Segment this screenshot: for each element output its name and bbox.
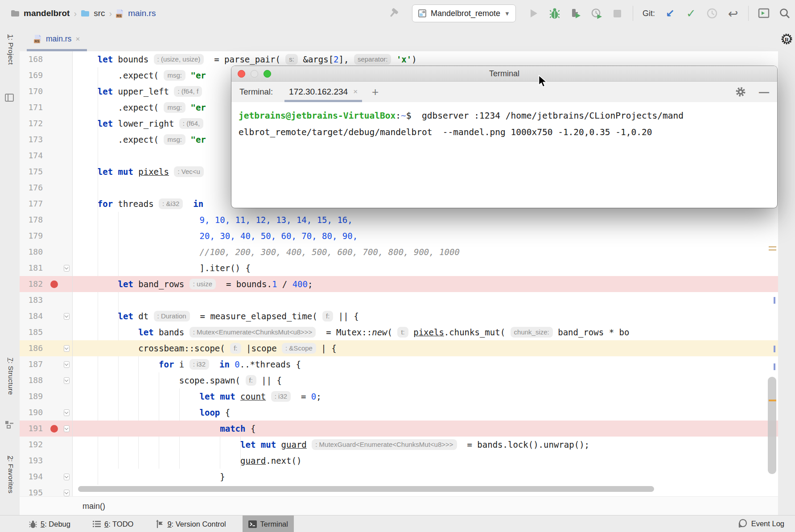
sidebar-item-structure[interactable]: 7: Structure <box>7 358 15 395</box>
gutter-line-number[interactable]: 183 <box>20 292 47 308</box>
close-icon[interactable]: × <box>75 35 80 44</box>
gutter-line-number[interactable]: 173 <box>20 132 47 148</box>
debug-icon[interactable] <box>549 8 560 19</box>
gutter-line-number[interactable]: 186 <box>20 340 47 356</box>
tab-main-rs[interactable]: RS main.rs × <box>27 27 87 51</box>
breakpoint-slot[interactable] <box>47 292 61 308</box>
breakpoint-slot[interactable] <box>47 164 61 180</box>
gutter-line-number[interactable]: 175 <box>20 164 47 180</box>
gutter-line-number[interactable]: 192 <box>20 437 47 453</box>
breakpoint-slot[interactable] <box>47 115 61 132</box>
fold-marker-icon[interactable] <box>64 409 70 416</box>
git-commit-icon[interactable]: ✓ <box>685 8 697 19</box>
git-update-icon[interactable]: ↙ <box>664 8 676 19</box>
breakpoint-slot[interactable] <box>47 83 61 99</box>
project-pane-icon[interactable] <box>5 94 14 102</box>
run-with-profiler-icon[interactable] <box>591 8 602 19</box>
gear-icon[interactable] <box>735 86 746 98</box>
fold-marker-icon[interactable] <box>64 361 70 368</box>
gutter-line-number[interactable]: 195 <box>20 485 47 496</box>
breakpoint-slot[interactable] <box>47 148 61 164</box>
breakpoint-slot[interactable] <box>47 276 61 292</box>
toolwindow-button-vcs[interactable]: 9: Version Control <box>150 516 231 532</box>
gutter-line-number[interactable]: 171 <box>20 99 47 115</box>
terminal-titlebar[interactable]: Terminal <box>231 66 777 82</box>
stripe-mark[interactable] <box>769 249 776 251</box>
breakpoint-dot[interactable] <box>50 425 58 433</box>
breakpoint-slot[interactable] <box>47 421 61 437</box>
breadcrumb-src[interactable]: src <box>94 8 105 18</box>
toolwindow-button-terminal[interactable]: Terminal <box>243 516 294 532</box>
gutter-line-number[interactable]: 181 <box>20 260 47 276</box>
fold-marker-icon[interactable] <box>64 377 70 384</box>
breakpoint-slot[interactable] <box>47 340 61 356</box>
gutter-line-number[interactable]: 169 <box>20 67 47 83</box>
breakpoint-slot[interactable] <box>47 324 61 340</box>
breakpoint-slot[interactable] <box>47 196 61 212</box>
gutter-line-number[interactable]: 190 <box>20 404 47 421</box>
git-revert-icon[interactable]: ↩ <box>727 8 739 19</box>
gutter-line-number[interactable]: 185 <box>20 324 47 340</box>
breadcrumb-project[interactable]: mandelbrot <box>24 8 70 18</box>
toolwindow-button-todo[interactable]: 6: TODO <box>87 516 139 532</box>
gutter-line-number[interactable]: 188 <box>20 372 47 388</box>
gutter-line-number[interactable]: 176 <box>20 180 47 196</box>
minimize-icon[interactable]: — <box>759 90 769 94</box>
stripe-mark[interactable] <box>774 297 775 304</box>
editor-hscrollbar-thumb[interactable] <box>78 486 654 492</box>
breakpoint-slot[interactable] <box>47 469 61 485</box>
gutter-line-number[interactable]: 191 <box>20 421 47 437</box>
terminal-tab[interactable]: 172.30.162.234 × <box>286 82 360 102</box>
gutter-line-number[interactable]: 170 <box>20 83 47 99</box>
breadcrumb-function[interactable]: main() <box>82 502 105 511</box>
breakpoint-slot[interactable] <box>47 228 61 244</box>
search-icon[interactable] <box>779 8 791 19</box>
sidebar-item-project[interactable]: 1: Project <box>7 34 15 65</box>
event-log-button[interactable]: Event Log <box>738 515 784 532</box>
attach-profiler-icon[interactable] <box>570 8 581 19</box>
gutter-line-number[interactable]: 184 <box>20 308 47 324</box>
breakpoint-slot[interactable] <box>47 485 61 496</box>
breadcrumb-file[interactable]: main.rs <box>128 8 156 18</box>
fold-marker-icon[interactable] <box>64 490 70 496</box>
stripe-mark[interactable] <box>774 363 775 370</box>
gutter-line-number[interactable]: 180 <box>20 244 47 260</box>
fold-marker-icon[interactable] <box>64 313 70 320</box>
gutter-line-number[interactable]: 182 <box>20 276 47 292</box>
toolwindow-button-debug[interactable]: 5: Debug <box>23 516 76 532</box>
structure-pane-icon[interactable] <box>5 421 14 429</box>
gutter-line-number[interactable]: 179 <box>20 228 47 244</box>
run-tool-window-icon[interactable] <box>758 8 770 19</box>
breakpoint-slot[interactable] <box>47 180 61 196</box>
editor-scrollbar-thumb[interactable] <box>768 377 776 474</box>
breakpoint-slot[interactable] <box>47 260 61 276</box>
gutter-line-number[interactable]: 172 <box>20 115 47 132</box>
gutter-line-number[interactable]: 193 <box>20 453 47 469</box>
sidebar-item-favorites[interactable]: 2: Favorites <box>7 456 15 494</box>
breakpoint-slot[interactable] <box>47 388 61 404</box>
breakpoint-slot[interactable] <box>47 404 61 421</box>
breakpoint-dot[interactable] <box>50 280 58 288</box>
breakpoint-slot[interactable] <box>47 212 61 228</box>
git-history-icon[interactable] <box>706 8 718 19</box>
terminal-window[interactable]: Terminal Terminal: 172.30.162.234 × + — … <box>231 66 777 208</box>
breakpoint-slot[interactable] <box>47 132 61 148</box>
run-config-selector[interactable]: Mandelbrot_remote ▼ <box>412 4 516 22</box>
fold-marker-icon[interactable] <box>64 265 70 272</box>
run-icon[interactable] <box>528 8 540 19</box>
gutter-line-number[interactable]: 168 <box>20 51 47 67</box>
breakpoint-slot[interactable] <box>47 244 61 260</box>
gutter-line-number[interactable]: 174 <box>20 148 47 164</box>
breakpoint-slot[interactable] <box>47 99 61 115</box>
breakpoint-slot[interactable] <box>47 453 61 469</box>
fold-marker-icon[interactable] <box>64 345 70 352</box>
breakpoint-slot[interactable] <box>47 51 61 67</box>
stripe-mark[interactable] <box>774 346 775 352</box>
gutter-line-number[interactable]: 187 <box>20 356 47 372</box>
gutter-line-number[interactable]: 194 <box>20 469 47 485</box>
breakpoint-slot[interactable] <box>47 67 61 83</box>
breakpoint-slot[interactable] <box>47 437 61 453</box>
new-session-icon[interactable]: + <box>372 85 379 99</box>
stripe-mark[interactable] <box>769 400 776 401</box>
breakpoint-slot[interactable] <box>47 356 61 372</box>
